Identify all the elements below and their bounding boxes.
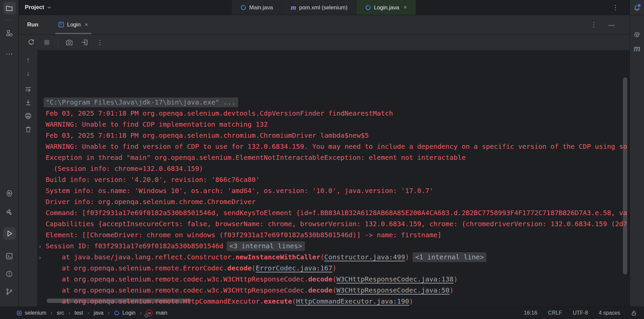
run-tool-button[interactable] (3, 227, 16, 240)
toolbar-kebab[interactable]: ⋮ (95, 37, 105, 47)
folded-command-line[interactable]: "C:\Program Files\Java\jdk-17\bin\java.e… (44, 98, 238, 107)
breadcrumb-item[interactable]: src (57, 310, 64, 316)
console-line: at org.openqa.selenium.remote.ErrorCodec… (46, 263, 630, 274)
breadcrumb-item[interactable]: test (74, 310, 83, 316)
arrow-into-box-icon (81, 39, 89, 46)
up-arrow-icon: ↑ (26, 56, 30, 63)
stacktrace-link[interactable]: Constructor.java:499 (324, 253, 405, 261)
structure-tool-button[interactable] (3, 27, 16, 40)
console-text: Driver info: org.openqa.selenium.chrome.… (46, 198, 256, 206)
status-widget[interactable]: 16:16 (524, 310, 537, 316)
git-tool-button[interactable] (3, 285, 16, 298)
console-text: (Session info: chrome=132.0.6834.159) (46, 165, 203, 173)
stacktrace-link[interactable]: W3CHttpResponseCodec.java:50 (336, 286, 449, 294)
breadcrumb-separator: › (88, 310, 89, 316)
console-text: Command: [f03f2931a17e69f0182a530b850154… (46, 209, 627, 217)
breadcrumb-label: main (156, 310, 167, 316)
console-text: ( (320, 253, 324, 261)
build-tool-button[interactable] (3, 206, 16, 219)
more-options-kebab[interactable]: ⋮ (589, 20, 598, 29)
breadcrumb-item[interactable]: selenium (17, 310, 46, 316)
ai-assistant-button[interactable] (631, 29, 643, 41)
stacktrace-link[interactable]: W3CHttpResponseCodec.java:138 (336, 275, 453, 283)
console-text: ( (332, 275, 336, 283)
import-thread-dump-button[interactable] (79, 37, 90, 47)
run-toolbar: ⋮ (19, 35, 630, 50)
console-text: Session ID: f03f2931a17e69f0182a530b8501… (46, 242, 223, 250)
main-toolbar: Project Main.javampom.xml (selenium)Logi… (19, 0, 630, 15)
editor-tab[interactable]: mpom.xml (selenium) (282, 0, 357, 15)
console-line: at org.openqa.selenium.remote.codec.w3c.… (46, 285, 630, 296)
scroll-to-end-button[interactable] (23, 98, 33, 108)
prev-stack-frame-button[interactable]: ↑ (23, 55, 33, 65)
editor-tab[interactable]: Login.java× (357, 0, 416, 15)
clear-all-button[interactable] (23, 124, 33, 134)
status-widget[interactable]: 4 spaces (599, 310, 620, 316)
console-line: ›Session ID: f03f2931a17e69f0182a530b850… (46, 241, 630, 252)
console-text: at java.base/java.lang.reflect.Construct… (46, 253, 235, 261)
java-class-icon (240, 5, 246, 10)
close-icon[interactable]: × (404, 4, 407, 11)
fold-expand-icon[interactable]: › (39, 241, 41, 252)
breadcrumb-item[interactable]: java (94, 310, 103, 316)
console-text: ) (405, 253, 409, 261)
stop-button[interactable] (42, 37, 52, 47)
console-text: at org.openqa.selenium.remote.codec.w3c.… (46, 275, 308, 283)
soft-wrap-button[interactable] (23, 84, 33, 94)
maven-tool-button[interactable]: m (631, 43, 643, 54)
screenshot-button[interactable] (64, 37, 74, 47)
fold-expand-icon[interactable]: › (39, 252, 41, 263)
breadcrumb-item[interactable]: Login (114, 310, 136, 316)
console-text: newInstanceWithCaller (235, 253, 320, 261)
write-access-button[interactable] (631, 310, 637, 316)
status-widget[interactable]: CRLF (548, 310, 562, 316)
console-text: at org.openqa.selenium.remote.codec.w3c.… (46, 286, 308, 294)
header-actions: ⋮ — (589, 20, 630, 29)
console-text: ( (332, 286, 336, 294)
breadcrumb-separator: › (108, 310, 110, 316)
editor-tab[interactable]: Main.java (232, 0, 282, 15)
tab-label: pom.xml (selenium) (299, 4, 347, 11)
notifications-button[interactable] (631, 2, 643, 14)
console-icon (58, 22, 64, 27)
breadcrumb-label: src (57, 310, 64, 316)
breadcrumb-item[interactable]: mmain (146, 310, 167, 316)
console-line: › at java.base/java.lang.reflect.Constru… (46, 252, 630, 263)
console-line: Driver info: org.openqa.selenium.chrome.… (46, 196, 630, 207)
console-line: "C:\Program Files\Java\jdk-17\bin\java.e… (46, 97, 630, 108)
run-tab-login[interactable]: Login × (54, 15, 92, 34)
console-text: ) (449, 286, 453, 294)
console-text: System info: os.name: 'Windows 10', os.a… (46, 187, 433, 195)
unlock-icon (631, 310, 637, 316)
print-button[interactable] (23, 111, 33, 121)
java-class-icon (365, 5, 371, 10)
console-text: ) (332, 264, 336, 272)
run-console[interactable]: "C:\Program Files\Java\jdk-17\bin\java.e… (37, 50, 630, 307)
more-tool-windows-button[interactable]: ⋯ (3, 48, 16, 60)
terminal-tool-button[interactable] (3, 250, 16, 262)
hide-tool-window-button[interactable]: — (607, 20, 616, 29)
next-stack-frame-button[interactable]: ↓ (23, 68, 33, 78)
console-line: at org.openqa.selenium.remote.HttpComman… (46, 296, 630, 307)
rerun-button[interactable] (26, 37, 36, 47)
main-menu-kebab[interactable]: ⋮ (610, 2, 620, 12)
folded-lines-badge[interactable]: <3 internal lines> (227, 241, 305, 251)
problems-tool-button[interactable] (3, 267, 16, 280)
status-bar: selenium›src›test›java›Login›mmain 16:16… (0, 307, 644, 319)
console-left-toolbar: ↑ ↓ (19, 50, 38, 307)
services-tool-button[interactable] (3, 187, 16, 200)
ai-assistant-icon (633, 31, 641, 39)
console-line: at org.openqa.selenium.remote.codec.w3c.… (46, 274, 630, 285)
folded-lines-badge[interactable]: <1 internal line> (413, 252, 487, 262)
close-icon[interactable]: × (85, 21, 88, 28)
console-text: decode (308, 286, 332, 294)
divider (58, 38, 58, 46)
project-switcher[interactable]: Project (23, 0, 53, 15)
status-widget[interactable]: UTF-8 (573, 310, 588, 316)
project-tool-button[interactable] (3, 2, 16, 14)
stacktrace-link[interactable]: HttpCommandExecutor.java:190 (296, 297, 409, 305)
maven-icon: m (291, 4, 296, 11)
printer-icon (24, 112, 32, 120)
stacktrace-link[interactable]: ErrorCodec.java:167 (256, 264, 332, 272)
right-tool-stripe: m (630, 0, 644, 307)
